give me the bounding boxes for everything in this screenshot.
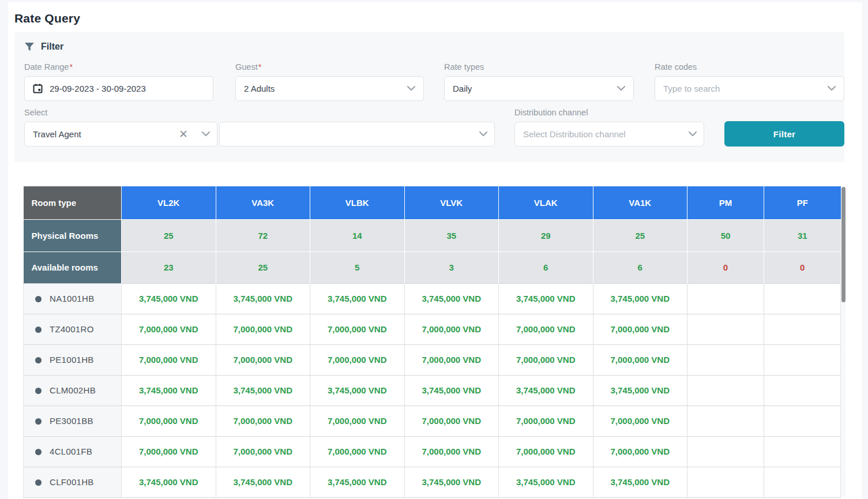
travel-agent-select[interactable]: Travel Agent ✕: [24, 122, 217, 147]
available-rooms-value: 23: [122, 252, 216, 283]
rate-code-cell[interactable]: TZ4001RO: [24, 314, 122, 344]
distribution-channel-select[interactable]: [514, 122, 704, 147]
rate-cell: [687, 283, 764, 314]
rate-cell: 7,000,000 VND: [216, 344, 310, 375]
rate-cell: 7,000,000 VND: [310, 344, 405, 375]
rate-cell: 7,000,000 VND: [122, 436, 216, 467]
rate-types-label: Rate types: [444, 62, 634, 72]
rate-code-cell[interactable]: PE1001HB: [24, 344, 122, 375]
rate-code: TZ4001RO: [50, 324, 94, 334]
available-rooms-value: 3: [404, 252, 499, 283]
rate-cell: 3,745,000 VND: [122, 375, 216, 406]
rate-types-value: Daily: [453, 84, 611, 93]
rate-cell: 7,000,000 VND: [593, 314, 687, 344]
physical-rooms-row: Physical Rooms 25 72 14 35 29 25 50 31: [24, 219, 841, 252]
available-rooms-value: 6: [593, 252, 687, 283]
column-header: VLAK: [499, 186, 593, 219]
rate-row: CLM002HB 3,745,000 VND 3,745,000 VND 3,7…: [24, 375, 841, 406]
rate-cell: 3,745,000 VND: [310, 375, 405, 406]
status-dot-icon: [35, 449, 42, 455]
rate-cell: 3,745,000 VND: [593, 283, 687, 314]
column-header: PM: [687, 186, 764, 219]
rate-codes-label: Rate codes: [655, 62, 844, 72]
calendar-icon: [33, 84, 43, 93]
rate-cell: 7,000,000 VND: [310, 314, 405, 344]
rate-code-cell[interactable]: 4CL001FB: [24, 436, 122, 467]
rate-row: PE3001BB 7,000,000 VND 7,000,000 VND 7,0…: [24, 406, 841, 436]
available-rooms-value: 0: [687, 252, 764, 283]
secondary-select[interactable]: [219, 122, 495, 147]
column-header: VA1K: [593, 186, 687, 219]
rate-types-select[interactable]: Daily: [444, 76, 634, 101]
rate-cell: 7,000,000 VND: [593, 344, 687, 375]
rate-cell: [764, 283, 841, 314]
rate-cell: [687, 436, 764, 467]
rate-codes-field: Rate codes: [655, 62, 844, 101]
filter-panel: Filter Date Range* 29-09-2023 - 30-09-20…: [14, 32, 844, 162]
rate-cell: 7,000,000 VND: [499, 314, 593, 344]
physical-rooms-value: 14: [310, 219, 405, 252]
chevron-down-icon: [828, 86, 836, 91]
available-rooms-value: 5: [310, 252, 405, 283]
rate-cell: [687, 467, 764, 497]
rate-codes-search[interactable]: [655, 76, 844, 101]
rate-cell: 3,745,000 VND: [216, 283, 310, 314]
rate-cell: 7,000,000 VND: [593, 436, 687, 467]
rate-code-cell[interactable]: CLM002HB: [24, 375, 122, 406]
rate-code-cell[interactable]: NA1001HB: [24, 283, 122, 314]
clear-icon[interactable]: ✕: [179, 129, 188, 140]
rate-code-cell[interactable]: PE3001BB: [24, 406, 122, 436]
column-header: VLBK: [310, 186, 405, 219]
rate-cell: 3,745,000 VND: [499, 467, 593, 497]
rate-codes-input[interactable]: [663, 84, 822, 93]
rate-cell: 3,745,000 VND: [404, 375, 499, 406]
scrollbar-thumb[interactable]: [841, 187, 846, 302]
date-range-field: Date Range* 29-09-2023 - 30-09-2023: [24, 62, 213, 101]
page-title: Rate Query: [14, 12, 862, 25]
column-header: PF: [764, 186, 841, 219]
rate-code: CLF001HB: [50, 477, 94, 487]
physical-rooms-value: 29: [499, 219, 593, 252]
rate-cell: 7,000,000 VND: [216, 314, 310, 344]
rate-code-cell[interactable]: CLF001HB: [24, 467, 122, 497]
rate-cell: [764, 314, 841, 344]
distribution-channel-input[interactable]: [523, 129, 683, 139]
distribution-channel-label: Distribution channel: [514, 108, 704, 117]
rate-cell: 3,745,000 VND: [404, 283, 499, 314]
vertical-scrollbar[interactable]: [841, 187, 846, 497]
chevron-down-icon: [202, 132, 210, 137]
rate-cell: 3,745,000 VND: [593, 375, 687, 406]
required-asterisk: *: [69, 62, 73, 72]
guest-field: Guest* 2 Adults: [235, 62, 424, 101]
rate-cell: 7,000,000 VND: [499, 406, 593, 436]
rate-cell: 7,000,000 VND: [122, 314, 216, 344]
available-rooms-value: 6: [499, 252, 593, 283]
guest-select[interactable]: 2 Adults: [235, 76, 424, 101]
rate-cell: 3,745,000 VND: [216, 375, 310, 406]
rate-cell: 7,000,000 VND: [404, 344, 499, 375]
status-dot-icon: [35, 327, 42, 333]
distribution-channel-field: Distribution channel: [514, 108, 704, 147]
available-rooms-value: 0: [764, 252, 841, 283]
rate-cell: [687, 375, 764, 406]
filter-section-title: Filter: [41, 42, 63, 52]
rate-table-container: Room type VL2K VA3K VLBK VLVK VLAK VA1K …: [23, 186, 841, 498]
available-rooms-value: 25: [216, 252, 310, 283]
rate-cell: 7,000,000 VND: [310, 406, 405, 436]
status-dot-icon: [35, 418, 42, 425]
secondary-select-field: [219, 108, 495, 147]
filter-button[interactable]: Filter: [724, 121, 844, 147]
physical-rooms-value: 31: [764, 219, 841, 252]
chevron-down-icon: [689, 132, 697, 137]
rate-query-page: Rate Query Filter Date Range* 29-09-2023…: [8, 2, 862, 499]
rate-cell: 7,000,000 VND: [499, 344, 593, 375]
column-header-room-type: Room type: [24, 186, 122, 219]
travel-agent-value: Travel Agent: [33, 129, 173, 139]
physical-rooms-label: Physical Rooms: [24, 219, 122, 252]
rate-code: PE3001BB: [50, 416, 93, 426]
rate-cell: 7,000,000 VND: [122, 344, 216, 375]
date-range-label: Date Range*: [24, 62, 213, 72]
date-range-input[interactable]: 29-09-2023 - 30-09-2023: [24, 76, 213, 101]
rate-cell: [764, 344, 841, 375]
required-asterisk: *: [258, 62, 262, 72]
